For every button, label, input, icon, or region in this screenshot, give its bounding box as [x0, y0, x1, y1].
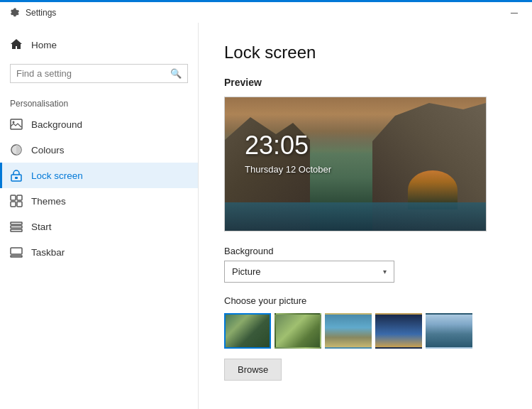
- themes-label: Themes: [31, 196, 66, 207]
- svg-rect-10: [11, 226, 22, 228]
- svg-rect-9: [11, 222, 22, 224]
- background-label: Background: [31, 119, 82, 130]
- background-dropdown-label: Background: [224, 246, 506, 256]
- picture-thumbnails: [224, 313, 506, 349]
- start-label: Start: [31, 222, 52, 232]
- sidebar-item-start[interactable]: Start: [0, 214, 198, 239]
- title-bar-left: Settings: [9, 7, 56, 18]
- colours-icon: [10, 143, 23, 156]
- svg-rect-7: [11, 202, 16, 207]
- thumbnail-2[interactable]: [275, 313, 321, 349]
- water: [225, 202, 486, 231]
- sidebar-item-themes[interactable]: Themes: [0, 188, 198, 214]
- svg-rect-6: [17, 195, 22, 200]
- svg-rect-8: [17, 202, 22, 207]
- preview-title: Preview: [224, 77, 506, 88]
- thumbnail-5[interactable]: [426, 313, 472, 349]
- preview-time: 23:05: [245, 133, 309, 158]
- minimize-button[interactable]: ─: [505, 6, 523, 20]
- lock-icon: [10, 169, 23, 182]
- themes-icon: [10, 195, 23, 207]
- sidebar-item-lock-screen[interactable]: Lock screen: [0, 163, 198, 188]
- svg-rect-12: [11, 248, 22, 254]
- sidebar-item-background[interactable]: Background: [0, 111, 198, 137]
- thumbnail-1[interactable]: [224, 313, 271, 349]
- sidebar-item-home[interactable]: Home: [0, 31, 198, 64]
- app-title: Settings: [26, 8, 56, 18]
- sidebar-item-taskbar[interactable]: Taskbar: [0, 239, 198, 265]
- svg-point-1: [13, 121, 15, 124]
- background-dropdown[interactable]: Picture ▾: [224, 261, 394, 283]
- settings-icon: [9, 7, 20, 18]
- sidebar-section-label: Personalisation: [0, 94, 198, 111]
- title-bar: Settings ─: [0, 0, 532, 23]
- taskbar-icon: [10, 246, 23, 258]
- sidebar: Home 🔍 Personalisation Background: [0, 23, 199, 409]
- sidebar-item-colours[interactable]: Colours: [0, 137, 198, 163]
- page-title: Lock screen: [224, 43, 506, 62]
- main-content: Lock screen Preview 23:05 Thursday 12 Oc…: [199, 23, 532, 409]
- svg-rect-4: [15, 177, 18, 179]
- svg-rect-11: [11, 229, 22, 231]
- search-box[interactable]: 🔍: [10, 64, 188, 83]
- thumbnail-4[interactable]: [375, 313, 422, 349]
- app-body: Home 🔍 Personalisation Background: [0, 23, 532, 409]
- svg-rect-13: [11, 256, 22, 257]
- start-icon: [10, 220, 23, 233]
- taskbar-label: Taskbar: [31, 247, 65, 258]
- browse-button[interactable]: Browse: [224, 359, 282, 381]
- background-dropdown-value: Picture: [232, 266, 260, 277]
- colours-label: Colours: [31, 145, 65, 156]
- lock-screen-label: Lock screen: [31, 170, 83, 181]
- preview-bg: 23:05 Thursday 12 October: [225, 97, 486, 231]
- chevron-down-icon: ▾: [383, 268, 387, 276]
- home-label: Home: [31, 40, 57, 50]
- choose-picture-title: Choose your picture: [224, 295, 506, 306]
- image-icon: [10, 118, 23, 131]
- search-input[interactable]: [16, 68, 170, 79]
- preview-container: 23:05 Thursday 12 October: [224, 97, 487, 231]
- thumbnail-3[interactable]: [325, 313, 372, 349]
- home-icon: [10, 38, 23, 53]
- preview-date: Thursday 12 October: [245, 164, 331, 175]
- search-button[interactable]: 🔍: [170, 68, 182, 79]
- svg-rect-5: [11, 195, 16, 200]
